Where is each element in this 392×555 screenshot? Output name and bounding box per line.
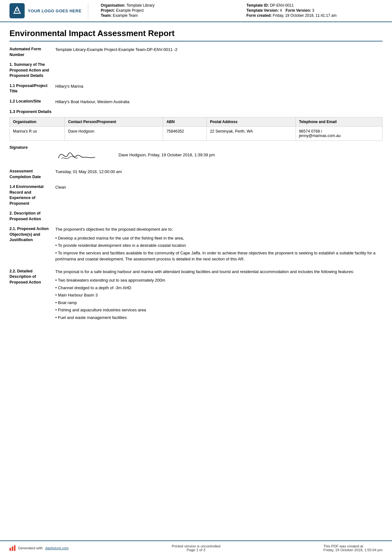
bar1 [9, 548, 11, 551]
signature-image [55, 145, 106, 164]
col-organisation: Organisation [10, 117, 65, 127]
section2-1-intro: The proponent's objectives for the propo… [55, 226, 383, 233]
team-value: Example Team [113, 13, 138, 18]
header-meta: Organisation: Template Library Project: … [95, 3, 383, 18]
bullet-item: Main Harbour Basin 3 [55, 291, 383, 299]
assessment-date-label: Assessment Completion Date [9, 169, 55, 180]
col-telephone: Telephone and Email [296, 117, 382, 127]
section2-2-content: The proposal is for a safe boating harbo… [55, 269, 383, 323]
col-abn: ABN [163, 117, 207, 127]
bar2 [12, 546, 13, 551]
section1-1-row: 1.1 Proposal/Project Title Hillary's Mar… [9, 83, 383, 94]
footer-page: Page 1 of 3 [172, 548, 220, 552]
table-header-row: Organisation Contact Person/Proponent AB… [10, 117, 383, 127]
footer: Generated with dashpivot.com Printed ver… [0, 540, 392, 555]
proponent-table: Organisation Contact Person/Proponent AB… [9, 117, 383, 141]
header-meta-right: Template ID: DP-ENV-0011 Template Versio… [246, 3, 383, 18]
footer-logo-bars [9, 545, 15, 551]
footer-left: Generated with dashpivot.com [9, 545, 69, 551]
section1-4-row: 1.4 Environmental Record and Experience … [9, 184, 383, 206]
section2-2-intro: The proposal is for a safe boating harbo… [55, 269, 383, 275]
template-version-line: Template Version: 4 Form Version: 3 [246, 8, 383, 13]
signature-content: Dave Hodgson, Friday, 19 October 2018, 1… [55, 145, 215, 164]
signature-label: Signature [9, 145, 55, 150]
section1-2-row: 1.2 Location/Site Hillary's Boat Harbour… [9, 99, 383, 105]
bullet-item: Fuel and waste management facilities [55, 314, 383, 321]
org-line: Organisation: Template Library [101, 3, 237, 8]
bullet-item: Two breakwaters extending out to sea app… [55, 277, 383, 284]
cell-abn: 75846352 [163, 127, 207, 141]
footer-right: This PDF was created at Friday, 19 Octob… [323, 544, 383, 552]
table-row: Marina's R us Dave Hodgson 75846352 22 S… [10, 127, 383, 141]
bar3 [14, 545, 15, 551]
project-value: Example Project [116, 8, 144, 13]
automated-form-value: Template Library-Example Project-Example… [55, 47, 383, 53]
section2-2-label: 2.2. Detailed Description of Proposed Ac… [9, 269, 55, 285]
cell-contact: Dave Hodgson [65, 127, 163, 141]
assessment-date-value: Tuesday, 01 May 2018, 12:00:00 am [55, 169, 383, 175]
footer-link[interactable]: dashpivot.com [45, 546, 69, 550]
org-label: Organisation: [101, 3, 126, 8]
form-version-value: 3 [312, 8, 314, 13]
project-line: Project: Example Project [101, 8, 237, 13]
template-version-label: Template Version: [246, 8, 279, 13]
signature-details: Dave Hodgson, Friday, 19 October 2018, 1… [119, 153, 215, 157]
cell-telephone: 96574 0768 /jenny@marinas.com.au [296, 127, 382, 141]
signature-row: Signature Dave Hodgson, Friday, 19 Octob… [9, 145, 383, 164]
section1-4-value: Clean [55, 184, 383, 190]
report-title: Environmental Impact Assessment Report [9, 28, 383, 41]
section1-3-heading: 1.3 Proponent Details [9, 109, 383, 114]
section2-1-bullets: Develop a protected marina for the use o… [55, 234, 383, 263]
section1-2-value: Hillary's Boat Harbour, Western Australi… [55, 99, 383, 105]
template-version-value: 4 [280, 8, 282, 13]
project-label: Project: [101, 8, 115, 13]
cell-organisation: Marina's R us [10, 127, 65, 141]
section1-4-label: 1.4 Environmental Record and Experience … [9, 184, 55, 206]
form-created-label: Form created: [246, 13, 272, 18]
header: YOUR LOGO GOES HERE Organisation: Templa… [0, 0, 392, 22]
section2-2-bullets: Two breakwaters extending out to sea app… [55, 277, 383, 321]
logo-text: YOUR LOGO GOES HERE [28, 9, 82, 13]
footer-right-text: This PDF was created at [323, 544, 383, 548]
bullet-item: Boat ramp [55, 299, 383, 307]
template-id-line: Template ID: DP-ENV-0011 [246, 3, 383, 8]
col-postal: Postal Address [207, 117, 296, 127]
org-value: Template Library [126, 3, 155, 8]
section2-1-label: 2.1. Proposed Action Objective(s) and Ju… [9, 226, 55, 243]
form-created-value: Friday, 19 October 2018, 11:41:17 am [273, 13, 337, 18]
footer-center-text: Printed version is uncontrolled [172, 544, 220, 548]
section2-label: 2. Description of Proposed Action [9, 211, 55, 222]
automated-form-label: Automated Form Number [9, 47, 55, 58]
bullet-item: To provide residential development sites… [55, 242, 383, 249]
bullet-item: Develop a protected marina for the use o… [55, 234, 383, 242]
form-version-label: Form Version: [285, 8, 311, 13]
team-label: Team: [101, 13, 112, 18]
logo-icon [9, 3, 25, 18]
cell-postal: 22 Seminyak, Perth, WA [207, 127, 296, 141]
template-id-value: DP-ENV-0011 [270, 3, 294, 8]
page: YOUR LOGO GOES HERE Organisation: Templa… [0, 0, 392, 555]
team-line: Team: Example Team [101, 13, 237, 18]
col-contact: Contact Person/Proponent [65, 117, 163, 127]
section2-row: 2. Description of Proposed Action [9, 211, 383, 222]
section1-2-label: 1.2 Location/Site [9, 99, 55, 104]
section2-1-row: 2.1. Proposed Action Objective(s) and Ju… [9, 226, 383, 264]
footer-center: Printed version is uncontrolled Page 1 o… [172, 544, 220, 552]
form-created-line: Form created: Friday, 19 October 2018, 1… [246, 13, 383, 18]
footer-right-date: Friday, 19 October 2018, 1:55:04 pm [323, 548, 383, 552]
automated-form-row: Automated Form Number Template Library-E… [9, 47, 383, 58]
section2-2-row: 2.2. Detailed Description of Proposed Ac… [9, 269, 383, 323]
main-content: Environmental Impact Assessment Report A… [0, 22, 392, 540]
section1-1-label: 1.1 Proposal/Project Title [9, 83, 55, 94]
bullet-item: Fishing and aquaculture industries servi… [55, 306, 383, 314]
section1-row: 1. Summary of The Proposed Action and Pr… [9, 62, 383, 79]
template-id-label: Template ID: [246, 3, 269, 8]
bullet-item: To improve the services and facilities a… [55, 249, 383, 263]
generated-text: Generated with [18, 546, 43, 550]
section1-1-value: Hillary's Marina [55, 83, 383, 90]
section2-1-content: The proponent's objectives for the propo… [55, 226, 383, 264]
assessment-date-row: Assessment Completion Date Tuesday, 01 M… [9, 169, 383, 180]
header-logo: YOUR LOGO GOES HERE [9, 3, 88, 18]
bullet-item: Channel dredged to a depth of -3m AHD [55, 284, 383, 292]
header-meta-center: Organisation: Template Library Project: … [101, 3, 237, 18]
